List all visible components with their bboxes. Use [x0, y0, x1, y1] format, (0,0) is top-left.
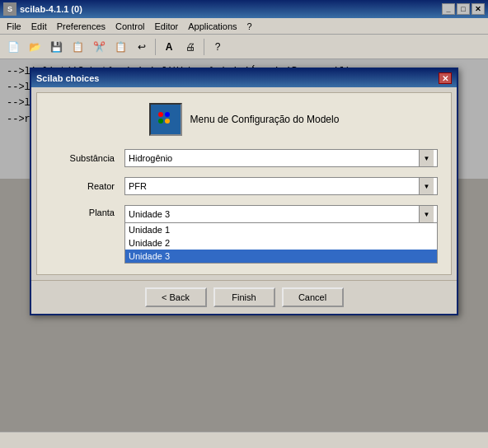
app-icon: S [3, 2, 16, 16]
toolbar-cut[interactable]: ✂️ [89, 37, 109, 57]
planta-option-1[interactable]: Unidade 1 [125, 223, 437, 236]
modal-overlay: Scilab choices ✕ Menu de Configuração do… [0, 59, 488, 448]
menu-help[interactable]: ? [242, 20, 257, 33]
toolbar-new[interactable]: 📄 [3, 37, 23, 57]
planta-arrow: ▼ [419, 206, 434, 222]
svg-point-3 [165, 119, 170, 124]
planta-value: Unidade 3 [129, 209, 419, 219]
planta-option-3[interactable]: Unidade 3 [125, 250, 437, 263]
finish-button[interactable]: Finish [214, 287, 275, 307]
dialog-title-bar: Scilab choices ✕ [31, 69, 457, 87]
toolbar-sep-2 [204, 39, 204, 55]
svg-point-0 [158, 112, 163, 117]
reator-dropdown[interactable]: PFR ▼ [124, 177, 438, 195]
toolbar-print[interactable]: 🖨 [181, 37, 200, 57]
dialog-icon [149, 103, 182, 136]
reator-arrow: ▼ [419, 178, 434, 194]
substancia-value: Hidrogênio [129, 153, 419, 163]
title-bar-controls: _ □ ✕ [442, 3, 485, 15]
svg-point-1 [165, 112, 170, 117]
cancel-button[interactable]: Cancel [282, 287, 344, 307]
substancia-dropdown[interactable]: Hidrogênio ▼ [124, 149, 438, 167]
menu-applications[interactable]: Applications [183, 20, 242, 33]
dialog: Scilab choices ✕ Menu de Configuração do… [30, 68, 458, 315]
menu-file[interactable]: File [2, 20, 26, 33]
title-bar: S scilab-4.1.1 (0) _ □ ✕ [0, 0, 488, 18]
dialog-title: Scilab choices [36, 73, 439, 83]
toolbar-save[interactable]: 💾 [46, 37, 66, 57]
minimize-button[interactable]: _ [442, 3, 455, 15]
toolbar-help[interactable]: ? [208, 37, 228, 57]
dialog-content: Menu de Configuração do Modelo Substânci… [36, 92, 452, 275]
window-title: scilab-4.1.1 (0) [20, 4, 442, 14]
planta-row: Planta Unidade 3 ▼ Unidade 1 Unidade 2 U… [50, 205, 438, 223]
choices-icon [156, 110, 176, 129]
maximize-button[interactable]: □ [457, 3, 470, 15]
back-button[interactable]: < Back [145, 287, 207, 307]
dialog-header-text: Menu de Configuração do Modelo [190, 114, 340, 125]
substancia-label: Substância [50, 153, 124, 163]
toolbar-open[interactable]: 📂 [25, 37, 45, 57]
close-button[interactable]: ✕ [472, 3, 485, 15]
reator-row: Reator PFR ▼ [50, 177, 438, 195]
reator-field: PFR ▼ [124, 177, 438, 195]
toolbar: 📄 📂 💾 📋 ✂️ 📋 ↩ A 🖨 ? [0, 35, 488, 59]
toolbar-paste[interactable]: 📋 [110, 37, 130, 57]
substancia-field: Hidrogênio ▼ [124, 149, 438, 167]
toolbar-undo[interactable]: ↩ [132, 37, 152, 57]
status-bar [0, 432, 488, 448]
menu-editor[interactable]: Editor [149, 20, 183, 33]
dialog-close-button[interactable]: ✕ [439, 72, 452, 84]
planta-dropdown[interactable]: Unidade 3 ▼ [124, 205, 438, 223]
menu-edit[interactable]: Edit [26, 20, 52, 33]
dialog-header: Menu de Configuração do Modelo [50, 103, 438, 136]
reator-label: Reator [50, 181, 124, 191]
menu-preferences[interactable]: Preferences [52, 20, 110, 33]
planta-list: Unidade 1 Unidade 2 Unidade 3 [124, 223, 438, 264]
planta-option-2[interactable]: Unidade 2 [125, 236, 437, 250]
substancia-row: Substância Hidrogênio ▼ [50, 149, 438, 167]
reator-value: PFR [129, 181, 419, 191]
planta-label: Planta [50, 205, 124, 217]
dialog-footer: < Back Finish Cancel [31, 280, 457, 314]
menu-bar: File Edit Preferences Control Editor App… [0, 18, 488, 35]
svg-point-2 [158, 119, 163, 124]
toolbar-copy[interactable]: 📋 [68, 37, 87, 57]
toolbar-font[interactable]: A [159, 37, 179, 57]
planta-container: Unidade 3 ▼ Unidade 1 Unidade 2 Unidade … [124, 205, 438, 223]
toolbar-sep-1 [155, 39, 156, 55]
menu-control[interactable]: Control [110, 20, 149, 33]
substancia-arrow: ▼ [419, 150, 434, 166]
planta-field: Unidade 3 ▼ Unidade 1 Unidade 2 Unidade … [124, 205, 438, 223]
